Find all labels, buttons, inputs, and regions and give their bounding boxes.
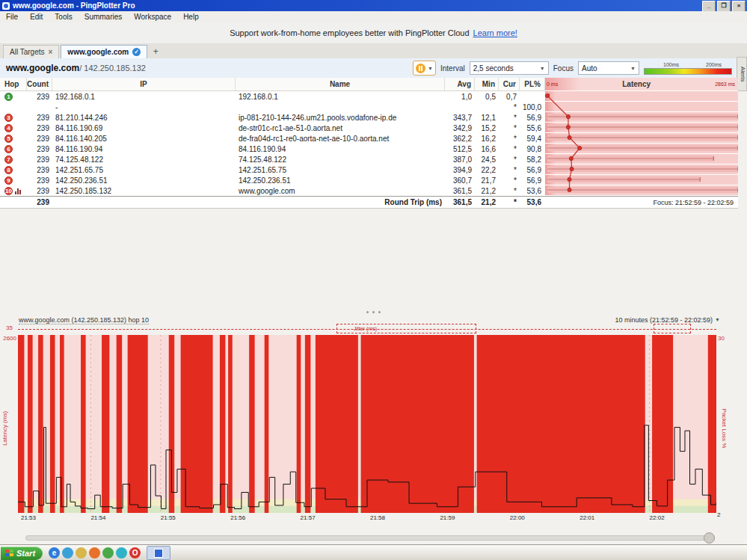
- panel-splitter-handle[interactable]: [0, 309, 747, 315]
- promo-text: Support work-from-home employees better …: [230, 28, 469, 37]
- pingplotter-task-icon: [154, 549, 163, 558]
- hop-indicator: 10: [4, 187, 13, 195]
- min-cell: 22,2: [475, 164, 499, 175]
- chevron-down-icon[interactable]: ▼: [715, 317, 720, 322]
- edge-icon[interactable]: [116, 547, 127, 559]
- col-count: Count: [27, 78, 52, 90]
- count-cell: 239: [27, 175, 52, 185]
- hop-indicator: 4: [4, 124, 13, 132]
- min-cell: 21,7: [475, 175, 499, 185]
- interval-value: 2,5 seconds: [473, 64, 514, 73]
- latency-scale-max: 2863 ms: [715, 81, 737, 87]
- pl-cell: 90,8: [520, 144, 545, 154]
- cur-cell: *: [499, 164, 520, 175]
- new-tab-button[interactable]: +: [149, 46, 162, 58]
- loss-axis-max: 30: [718, 335, 725, 342]
- folder-icon[interactable]: [76, 547, 87, 559]
- svg-text:21:53: 21:53: [21, 514, 37, 521]
- count-cell: 239: [27, 144, 52, 154]
- ip-cell: 142.250.236.51: [52, 175, 236, 185]
- col-name: Name: [236, 78, 445, 90]
- pingplotter-window: www.google.com - PingPlotter Pro _ ❐ × F…: [0, 0, 747, 560]
- svg-text:22:00: 22:00: [510, 514, 526, 521]
- hop-cell: 7: [0, 154, 27, 164]
- name-cell: www.google.com: [236, 185, 445, 196]
- timeline-title[interactable]: www.google.com (142.250.185.132) hop 10: [19, 316, 149, 324]
- jitter-selection-box-2[interactable]: [654, 324, 691, 333]
- avg-cell: 342,9: [445, 123, 475, 133]
- hop-indicator: 3: [4, 114, 13, 122]
- svg-text:21:57: 21:57: [301, 514, 316, 521]
- pause-icon: [416, 64, 425, 73]
- round-trip-label: Round Trip (ms): [236, 197, 445, 208]
- menu-workspace[interactable]: Workspace: [128, 12, 177, 22]
- count-cell: 239: [27, 185, 52, 196]
- count-cell: 239: [27, 164, 52, 175]
- footer-pl: 53,6: [520, 197, 545, 208]
- route-latency-graph[interactable]: [545, 90, 738, 195]
- cur-cell: *: [499, 154, 520, 164]
- timeline-scrollbar-track[interactable]: [25, 535, 715, 541]
- opera-icon[interactable]: O: [129, 547, 141, 559]
- firefox-icon[interactable]: [89, 547, 100, 559]
- learn-more-link[interactable]: Learn more!: [473, 28, 517, 37]
- name-cell: 74.125.48.122: [236, 154, 445, 164]
- taskbar: Start eO DE ▴●●● 22:03: [0, 544, 747, 560]
- hop-cell: 8: [0, 164, 27, 175]
- count-cell: 239: [27, 91, 52, 102]
- menu-file[interactable]: File: [0, 12, 24, 22]
- focus-value: Auto: [582, 64, 597, 73]
- quick-launch-bar: eO: [49, 547, 141, 559]
- timeline-scrollbar-thumb[interactable]: [704, 532, 715, 544]
- footer-cur: *: [499, 197, 520, 208]
- menu-help[interactable]: Help: [177, 12, 205, 22]
- cur-cell: *: [499, 102, 520, 112]
- maximize-button[interactable]: ❐: [717, 1, 731, 12]
- col-hop: Hop: [0, 78, 27, 90]
- focus-select[interactable]: Auto ▼: [578, 61, 639, 75]
- x-axis-overflow-tick: 2: [717, 511, 720, 518]
- tab-www-google-com[interactable]: www.google.com✓: [61, 45, 147, 58]
- name-cell: 142.251.65.75: [236, 164, 445, 175]
- pl-cell: 58,2: [520, 154, 545, 164]
- title-bar: www.google.com - PingPlotter Pro _ ❐ ×: [0, 0, 747, 11]
- chrome-icon[interactable]: [102, 547, 114, 559]
- start-button[interactable]: Start: [1, 547, 43, 560]
- menu-edit[interactable]: Edit: [24, 12, 49, 22]
- pl-cell: [520, 91, 545, 102]
- footer-min: 21,2: [475, 197, 499, 208]
- alerts-side-tab[interactable]: Alerts: [737, 57, 747, 91]
- cur-cell: *: [499, 144, 520, 154]
- interval-select[interactable]: 2,5 seconds ▼: [470, 61, 549, 75]
- menu-summaries[interactable]: Summaries: [79, 12, 129, 22]
- jitter-selection-box[interactable]: Jitter (ms): [336, 324, 476, 333]
- ie-icon[interactable]: e: [49, 547, 60, 559]
- cur-cell: *: [499, 133, 520, 144]
- chevron-down-icon: ▼: [540, 66, 545, 71]
- pause-button[interactable]: ▼: [413, 61, 436, 76]
- tab-check-icon[interactable]: ✓: [132, 48, 141, 56]
- tab-close-icon[interactable]: ×: [49, 48, 53, 56]
- pl-cell: 53,6: [520, 185, 545, 196]
- svg-text:22:02: 22:02: [650, 514, 665, 521]
- hop-cell: 3: [0, 112, 27, 123]
- ip-cell: 81.210.144.246: [52, 112, 236, 123]
- jitter-label: Jitter (ms): [337, 324, 476, 333]
- timeline-graph[interactable]: 21:5321:5421:5521:5621:5721:5821:5922:00…: [18, 335, 716, 521]
- target-bar: www.google.com / 142.250.185.132 ▼ Inter…: [0, 58, 738, 79]
- svg-text:21:54: 21:54: [90, 514, 106, 521]
- chevron-down-icon[interactable]: ▼: [428, 66, 433, 71]
- minimize-button[interactable]: _: [702, 1, 716, 12]
- tab-all-targets[interactable]: All Targets×: [3, 45, 59, 58]
- svg-text:21:55: 21:55: [161, 514, 176, 521]
- min-cell: 12,1: [475, 112, 499, 123]
- min-cell: 15,2: [475, 123, 499, 133]
- menu-tools[interactable]: Tools: [49, 12, 78, 22]
- trace-table: Hop Count IP Name Avg Min Cur PL% 0 ms L…: [0, 78, 738, 209]
- pingplotter-task-button[interactable]: [147, 546, 170, 560]
- globe-icon[interactable]: [62, 547, 73, 559]
- timeline-range-select[interactable]: 10 minutes (21:52:59 - 22:02:59): [615, 316, 713, 324]
- close-button[interactable]: ×: [732, 1, 746, 12]
- count-cell: 239: [27, 123, 52, 133]
- pl-cell: 56,9: [520, 164, 545, 175]
